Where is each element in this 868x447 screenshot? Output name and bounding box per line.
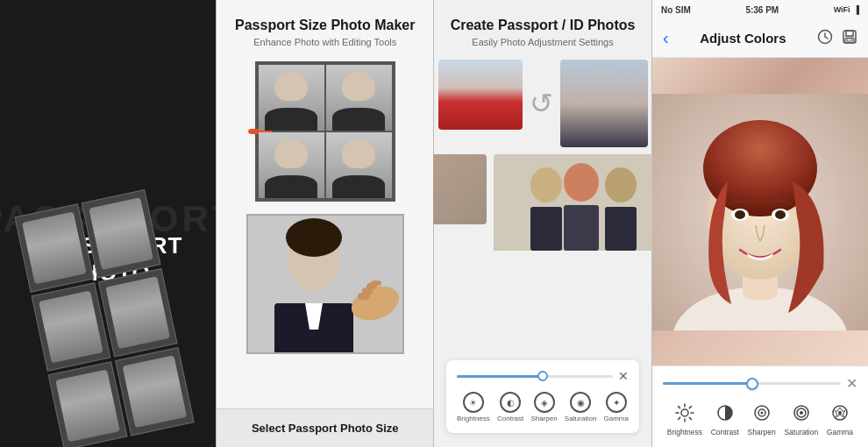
passport-photo-5 (48, 361, 128, 447)
group-svg (494, 154, 669, 251)
sharpen-icon: ◈ (534, 392, 555, 413)
select-size-button[interactable]: Select Passport Photo Size (217, 408, 433, 447)
photo-preview-area (652, 58, 868, 365)
portrait-svg (652, 94, 868, 330)
status-icons: WiFi ▐ (834, 5, 859, 14)
svg-point-31 (681, 409, 688, 416)
save-button[interactable] (842, 29, 857, 48)
slider-fill (457, 375, 543, 378)
brightness-label: Brightness (457, 415, 490, 422)
p4-contrast-label: Contrast (711, 428, 739, 436)
back-button[interactable]: ‹ (663, 28, 669, 48)
p4-brightness-label: Brightness (667, 428, 702, 436)
slider-fill (663, 382, 752, 385)
p4-sharpen-control[interactable]: Sharpen (748, 401, 776, 436)
passport-photo-grid (255, 61, 395, 202)
gamma-control[interactable]: ✦ Gamma (604, 392, 629, 422)
contrast-svg (715, 403, 735, 422)
select-size-label: Select Passport Photo Size (252, 422, 399, 435)
svg-rect-19 (846, 31, 853, 36)
p4-brightness-icon (672, 401, 697, 425)
svg-line-36 (678, 407, 679, 408)
color-slider-track[interactable] (457, 375, 613, 378)
main-slider-track[interactable] (663, 382, 841, 385)
gamma-label: Gamma (604, 415, 629, 422)
p4-saturation-label: Saturation (784, 428, 818, 436)
svg-point-43 (760, 412, 763, 415)
contrast-icon: ◐ (500, 392, 521, 413)
saturation-control[interactable]: ◉ Saturation (565, 392, 596, 422)
p4-contrast-control[interactable]: Contrast (711, 401, 739, 436)
slider-thumb[interactable] (746, 378, 758, 390)
svg-rect-14 (564, 205, 599, 251)
selfie-person-2 (560, 60, 648, 147)
svg-point-15 (605, 167, 637, 202)
panel3-bottom-photos (416, 154, 669, 251)
selfie-photo-2 (560, 60, 648, 147)
header-action-icons (817, 29, 857, 48)
curve-arrow-1: ↺ (530, 89, 553, 117)
saturation-icon: ◉ (570, 392, 591, 413)
battery-icon: ▐ (854, 5, 859, 14)
passport-photo-3 (32, 282, 111, 371)
panel4-icons-row: Brightness Contrast (663, 401, 857, 436)
p4-sharpen-icon (750, 401, 774, 425)
passport-photo-4 (98, 268, 178, 357)
svg-point-13 (564, 163, 599, 202)
passport-photo-1 (15, 203, 95, 292)
panel-4-adjust: No SIM 5:36 PM WiFi ▐ ‹ Adjust Colors (652, 0, 868, 447)
panel3-title: Create Passport / ID Photos (451, 18, 636, 33)
panel-1-dark: PASSOPORT PASSOPORT PHOTO (0, 0, 216, 447)
svg-point-11 (530, 167, 562, 202)
face-6 (123, 355, 188, 428)
history-button[interactable] (817, 29, 833, 48)
carrier-text: No SIM (661, 5, 691, 15)
brightness-svg (675, 403, 694, 422)
main-slider-row: ✕ (663, 375, 857, 392)
p4-saturation-control[interactable]: Saturation (784, 401, 818, 436)
scan-capture-box[interactable] (246, 214, 404, 354)
passport-photo-2 (82, 189, 161, 278)
p4-gamma-icon (828, 401, 852, 425)
sharpen-control[interactable]: ◈ Sharpen (530, 392, 557, 422)
panel3-close-button[interactable]: ✕ (618, 369, 629, 383)
svg-rect-12 (530, 207, 562, 251)
navigation-header: ‹ Adjust Colors (652, 19, 868, 58)
grid-thumb-1 (259, 65, 324, 131)
adjust-icons-row: ☀ Brightness ◐ Contrast ◈ Sharpen ◉ Satu… (457, 392, 629, 422)
panel3-adjust-bar: ✕ ☀ Brightness ◐ Contrast ◈ Sharpen ◉ Sa… (446, 360, 639, 433)
svg-point-46 (800, 411, 803, 415)
gamma-svg (830, 403, 850, 422)
face-3 (39, 290, 103, 363)
selfie-person-1 (438, 60, 523, 130)
p4-gamma-control[interactable]: Gamma (827, 401, 853, 436)
contrast-label: Contrast (497, 415, 523, 422)
selfie-photo-1 (438, 60, 523, 130)
face-1 (22, 211, 87, 284)
svg-line-37 (689, 417, 691, 419)
grid-thumb-2 (326, 65, 392, 131)
passport-grid-container: ➜ (255, 61, 395, 202)
close-adjust-button[interactable]: ✕ (846, 375, 857, 392)
p4-gamma-label: Gamma (827, 428, 853, 436)
svg-point-28 (735, 210, 745, 219)
brightness-control[interactable]: ☀ Brightness (457, 392, 490, 422)
p4-brightness-control[interactable]: Brightness (667, 401, 702, 436)
save-icon (842, 29, 857, 45)
slider-thumb[interactable] (537, 371, 548, 381)
sharpen-svg (752, 403, 772, 422)
adjustment-controls: ✕ Brightness (652, 365, 868, 447)
panel2-subtitle: Enhance Photo with Editing Tools (253, 37, 396, 47)
svg-rect-16 (605, 207, 637, 251)
panel3-subtitle: Easily Photo Adjustment Settings (472, 37, 613, 47)
passport-photo-6 (115, 347, 195, 436)
svg-rect-9 (371, 280, 381, 286)
p4-saturation-icon (789, 401, 814, 425)
contrast-control[interactable]: ◐ Contrast (497, 392, 523, 422)
grid-thumb-4 (326, 132, 392, 198)
header-title: Adjust Colors (700, 31, 786, 46)
face-4 (106, 276, 171, 349)
svg-point-2 (286, 218, 342, 257)
panel2-title: Passport Size Photo Maker (235, 18, 415, 33)
p4-contrast-icon (713, 401, 737, 425)
